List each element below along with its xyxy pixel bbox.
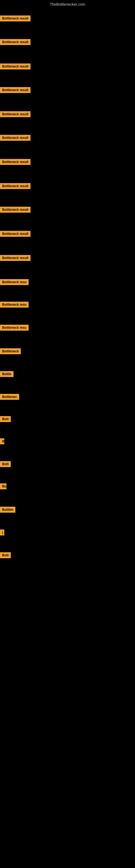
bottleneck-item-11: Bottleneck result [0,255,31,262]
bottleneck-item-14: Bottleneck resu [0,325,29,332]
bottleneck-badge-18: Bott [0,416,11,422]
bottleneck-badge-2: Bottleneck result [0,39,31,45]
site-title-text: TheBottlenecker.com [0,0,135,8]
bottleneck-badge-9: Bottleneck result [0,207,31,213]
bottleneck-item-3: Bottleneck result [0,63,31,70]
bottleneck-item-13: Bottleneck resu [0,302,29,309]
bottleneck-badge-11: Bottleneck result [0,255,31,261]
bottleneck-item-5: Bottleneck result [0,111,31,118]
bottleneck-badge-16: Bottle [0,371,13,377]
bottleneck-item-21: Bo [0,484,6,490]
bottleneck-badge-15: Bottleneck [0,348,21,354]
bottleneck-item-17: Bottlenec [0,394,19,401]
bottleneck-item-6: Bottleneck result [0,135,31,142]
bottleneck-item-1: Bottleneck result [0,16,31,23]
bottleneck-badge-22: Bottlen [0,507,15,513]
bottleneck-badge-14: Bottleneck resu [0,325,29,331]
bottleneck-item-8: Bottleneck result [0,183,31,190]
bottleneck-item-24: Bott [0,552,11,559]
bottleneck-badge-21: Bo [0,484,6,489]
bottleneck-item-23: | [0,529,4,536]
bottleneck-item-9: Bottleneck result [0,207,31,214]
bottleneck-badge-20: Bott [0,461,11,467]
bottleneck-badge-19: B [0,438,4,444]
bottleneck-badge-8: Bottleneck result [0,183,31,189]
bottleneck-badge-3: Bottleneck result [0,63,31,69]
bottleneck-item-15: Bottleneck [0,348,21,355]
bottleneck-item-2: Bottleneck result [0,39,31,46]
bottleneck-badge-17: Bottlenec [0,394,19,400]
bottleneck-item-20: Bott [0,461,11,468]
bottleneck-item-12: Bottleneck resu [0,279,29,286]
bottleneck-item-22: Bottlen [0,507,15,514]
bottleneck-item-7: Bottleneck result [0,159,31,166]
bottleneck-item-10: Bottleneck result [0,231,31,238]
bottleneck-badge-23: | [0,529,4,535]
bottleneck-badge-24: Bott [0,552,11,558]
bottleneck-badge-6: Bottleneck result [0,135,31,141]
bottleneck-item-18: Bott [0,416,11,423]
bottleneck-badge-1: Bottleneck result [0,16,31,22]
bottleneck-badge-13: Bottleneck resu [0,302,29,308]
bottleneck-badge-10: Bottleneck result [0,231,31,237]
bottleneck-badge-5: Bottleneck result [0,111,31,117]
bottleneck-item-4: Bottleneck result [0,87,31,94]
bottleneck-badge-7: Bottleneck result [0,159,31,165]
bottleneck-item-19: B [0,438,4,445]
bottleneck-item-16: Bottle [0,371,13,378]
bottleneck-badge-4: Bottleneck result [0,87,31,93]
bottleneck-badge-12: Bottleneck resu [0,279,29,285]
